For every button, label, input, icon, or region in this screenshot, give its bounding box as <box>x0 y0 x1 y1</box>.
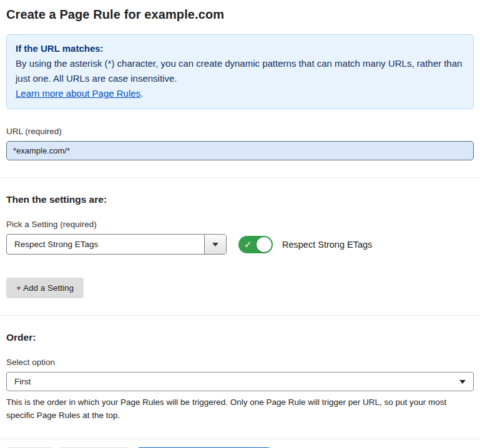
url-input[interactable] <box>6 141 474 160</box>
order-select-value: First <box>14 377 31 386</box>
settings-section-heading: Then the settings are: <box>6 194 474 205</box>
setting-select-arrow-button[interactable] <box>204 235 226 254</box>
setting-row: Respect Strong ETags ✓ Respect Strong ET… <box>6 234 474 255</box>
add-setting-button[interactable]: + Add a Setting <box>6 278 84 298</box>
page-title: Create a Page Rule for example.com <box>6 7 474 22</box>
setting-toggle[interactable]: ✓ <box>238 236 273 253</box>
info-box-heading: If the URL matches: <box>16 41 464 56</box>
divider <box>0 177 480 178</box>
divider <box>0 315 480 316</box>
url-field-label: URL (required) <box>6 127 474 136</box>
chevron-down-icon <box>212 243 218 246</box>
info-box-link-line: Learn more about Page Rules. <box>16 86 464 101</box>
order-select[interactable]: First <box>6 372 474 391</box>
setting-select-value: Respect Strong ETags <box>7 235 204 254</box>
chevron-down-icon <box>459 380 466 384</box>
order-help-text: This is the order in which your Page Rul… <box>6 396 474 422</box>
order-select-label: Select option <box>6 358 474 367</box>
learn-more-link[interactable]: Learn more about Page Rules <box>16 88 140 99</box>
link-period: . <box>140 88 143 99</box>
setting-select[interactable]: Respect Strong ETags <box>6 234 227 255</box>
check-icon: ✓ <box>244 240 252 249</box>
page-rule-form: Create a Page Rule for example.com If th… <box>0 0 480 448</box>
info-box-body: By using the asterisk (*) character, you… <box>16 56 464 86</box>
url-match-info-box: If the URL matches: By using the asteris… <box>6 34 474 109</box>
toggle-knob <box>257 237 272 252</box>
divider <box>0 439 480 439</box>
order-section-heading: Order: <box>6 332 474 343</box>
pick-setting-label: Pick a Setting (required) <box>6 220 474 229</box>
setting-toggle-label: Respect Strong ETags <box>282 240 372 250</box>
